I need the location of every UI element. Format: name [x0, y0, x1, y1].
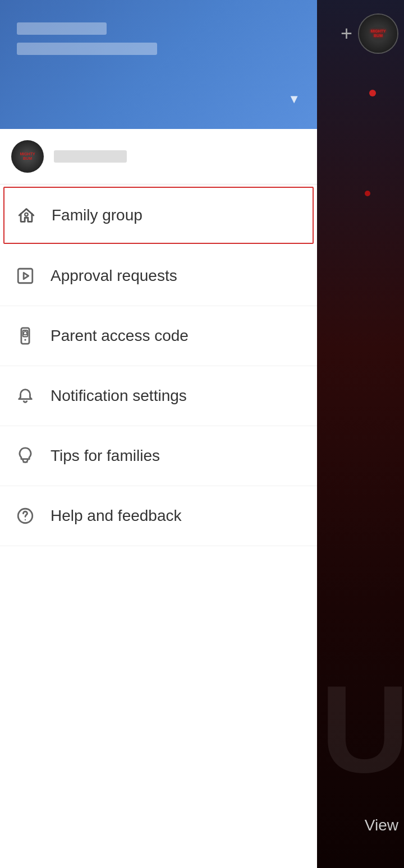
user-row: MIGHTYBUM [0, 129, 317, 184]
menu-label-help-and-feedback: Help and feedback [50, 507, 182, 525]
avatar-inner: MIGHTYBUM [359, 15, 397, 53]
menu-label-family-group: Family group [52, 206, 143, 224]
help-circle-icon [11, 502, 39, 530]
top-right-area: + MIGHTYBUM [314, 0, 404, 67]
right-panel-bg: U [314, 0, 404, 868]
svg-point-8 [25, 519, 26, 520]
drawer: ▼ MIGHTYBUM Family group Appr [0, 0, 317, 868]
phone-lock-icon [11, 322, 39, 350]
menu-label-notification-settings: Notification settings [50, 387, 187, 405]
add-icon[interactable]: + [341, 22, 352, 45]
user-name [54, 150, 127, 163]
menu-label-parent-access-code: Parent access code [50, 327, 189, 345]
user-avatar-drawer: MIGHTYBUM [11, 140, 44, 173]
bg-letter: U [320, 659, 404, 801]
drawer-header: ▼ [0, 0, 317, 129]
svg-point-0 [25, 213, 28, 216]
menu-item-approval-requests[interactable]: Approval requests [0, 246, 317, 306]
view-button[interactable]: View [365, 816, 398, 834]
user-avatar-top[interactable]: MIGHTYBUM [358, 13, 398, 54]
header-bar-2 [17, 43, 157, 55]
menu-label-tips-for-families: Tips for families [50, 447, 160, 465]
svg-rect-1 [18, 269, 33, 283]
header-bar-1 [17, 22, 107, 35]
menu-item-parent-access-code[interactable]: Parent access code [0, 306, 317, 366]
svg-marker-2 [24, 273, 28, 279]
home-icon [12, 201, 40, 229]
red-dot-2 [365, 191, 370, 196]
red-dot-1 [369, 90, 376, 96]
menu-item-help-and-feedback[interactable]: Help and feedback [0, 486, 317, 546]
menu-label-approval-requests: Approval requests [50, 267, 177, 285]
menu-item-notification-settings[interactable]: Notification settings [0, 366, 317, 426]
svg-point-5 [24, 339, 26, 340]
play-square-icon [11, 262, 39, 290]
menu-item-tips-for-families[interactable]: Tips for families [0, 426, 317, 486]
lightbulb-icon [11, 442, 39, 470]
menu-item-family-group[interactable]: Family group [3, 187, 314, 244]
dropdown-arrow-icon[interactable]: ▼ [288, 92, 300, 107]
bell-icon [11, 382, 39, 410]
